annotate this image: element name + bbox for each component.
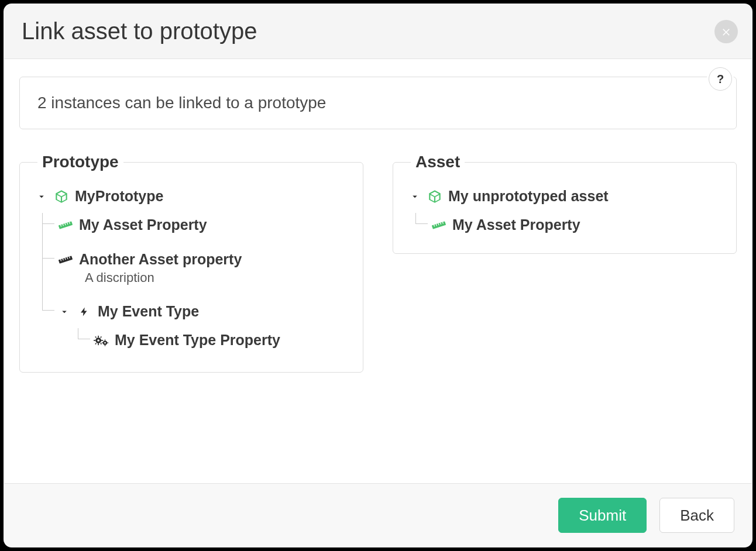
ruler-icon [58,252,73,267]
svg-rect-20 [100,336,102,338]
back-button[interactable]: Back [659,498,734,533]
prototype-legend: Prototype [37,153,123,171]
node-label: Another Asset property [79,251,242,268]
svg-rect-17 [101,340,103,341]
svg-rect-18 [95,336,97,338]
close-icon [721,26,731,37]
svg-point-23 [104,342,106,343]
svg-rect-21 [95,343,97,345]
ruler-icon [58,218,73,233]
tree-node-prototype-root[interactable]: MyPrototype My Asset Property [35,188,348,356]
children: My Event Type Property [78,328,348,352]
close-button[interactable] [714,20,738,43]
chevron-down-icon[interactable] [408,190,421,203]
svg-rect-15 [98,343,99,345]
children: My Asset Property [415,213,721,237]
children: My Asset Property Another Asset property [42,213,348,356]
notice-text: 2 instances can be linked to a prototype [19,77,737,129]
modal-footer: Submit Back [4,483,752,547]
modal-title: Link asset to prototype [22,18,257,44]
bolt-icon [77,304,92,319]
tree-node[interactable]: My Asset Property [43,213,348,237]
chevron-down-icon[interactable] [35,190,48,203]
svg-point-13 [97,339,99,342]
svg-rect-27 [107,342,108,343]
node-label: My Event Type Property [115,332,280,349]
link-asset-modal: Link asset to prototype 2 instances can … [4,4,752,547]
node-label: My unprototyped asset [448,188,609,205]
panels: Prototype MyPrototype [19,153,737,373]
cube-icon [54,189,69,204]
prototype-tree: MyPrototype My Asset Property [35,188,348,356]
svg-rect-24 [105,339,105,340]
asset-legend: Asset [411,153,465,171]
cube-icon [427,189,442,204]
tree-node[interactable]: My Asset Property [416,213,721,237]
svg-rect-16 [94,340,95,341]
notice-region: 2 instances can be linked to a prototype… [19,77,737,129]
tree-node[interactable]: My Event Type Property [78,328,348,352]
prototype-panel: Prototype MyPrototype [19,153,363,373]
node-label: My Asset Property [79,216,207,233]
chevron-down-icon[interactable] [58,305,71,318]
node-label: MyPrototype [75,188,163,205]
tree-node[interactable]: My Event Type [43,299,348,356]
tree-node[interactable]: Another Asset property A discription [43,247,348,289]
svg-rect-26 [102,342,103,343]
modal-header: Link asset to prototype [4,4,752,59]
svg-rect-25 [105,345,105,346]
ruler-icon [431,218,446,233]
tree-node-asset-root[interactable]: My unprototyped asset My Asset Property [408,188,721,237]
submit-button[interactable]: Submit [558,498,647,533]
node-label: My Asset Property [452,216,580,233]
modal-body: 2 instances can be linked to a prototype… [4,59,752,483]
help-button[interactable]: ? [709,67,732,91]
node-label: My Event Type [98,303,199,320]
svg-rect-19 [100,343,102,345]
gears-icon [94,333,109,348]
asset-panel: Asset My unprototyped asset [393,153,737,254]
asset-tree: My unprototyped asset My Asset Property [408,188,721,237]
node-description: A discription [85,270,348,285]
svg-rect-14 [98,335,99,337]
